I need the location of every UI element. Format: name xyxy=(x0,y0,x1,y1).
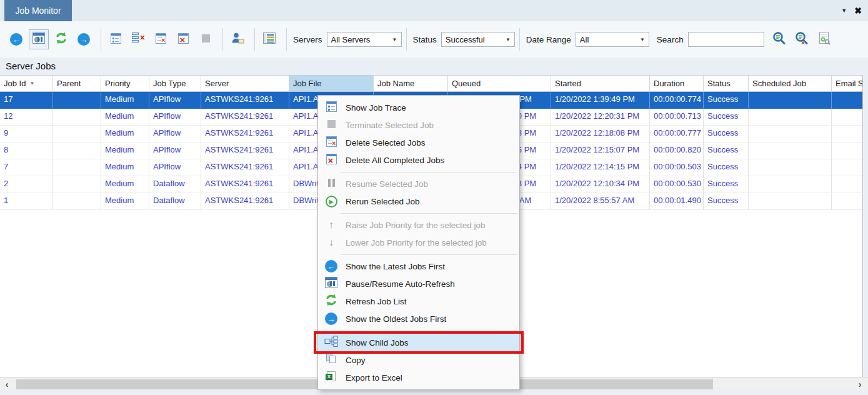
search-input[interactable] xyxy=(688,32,764,47)
show-latest-jobs-first-button[interactable]: ← xyxy=(6,29,26,49)
menu-item-show-the-latest-jobs-first[interactable]: ←Show the Latest Jobs First xyxy=(318,258,519,275)
context-menu: Show Job TraceTerminate Selected Job×Del… xyxy=(317,95,520,390)
cell-job_type: APIflow xyxy=(149,109,201,126)
terminate-icon xyxy=(327,119,336,131)
auto-refresh-icon xyxy=(325,277,337,291)
column-header-server[interactable]: Server xyxy=(201,76,289,92)
clear-search-button[interactable]: × xyxy=(792,29,812,49)
terminate-job-button xyxy=(196,29,216,49)
menu-separator xyxy=(318,328,519,334)
column-header-duration[interactable]: Duration xyxy=(650,76,704,92)
delete-selected-jobs-button[interactable]: × xyxy=(151,29,171,49)
menu-item-show-child-jobs[interactable]: Show Child Jobs xyxy=(318,334,519,351)
delete-all-completed-jobs-button[interactable]: × xyxy=(173,29,193,49)
column-header-job_file[interactable]: Job File xyxy=(289,76,374,92)
tab-job-monitor[interactable]: Job Monitor xyxy=(4,0,72,21)
cell-email_status xyxy=(832,142,863,159)
menu-item-refresh-job-list[interactable]: Refresh Job List xyxy=(318,292,519,310)
menu-item-label: Export to Excel xyxy=(346,373,402,382)
column-header-queued[interactable]: Queued xyxy=(448,76,551,92)
cell-job_type: APIflow xyxy=(149,142,201,159)
close-icon[interactable]: ✖ xyxy=(854,6,862,16)
column-header-email_status[interactable]: Email Sta xyxy=(832,76,863,92)
menu-separator xyxy=(318,169,519,175)
menu-item-show-the-oldest-jobs-first[interactable]: →Show the Oldest Jobs First xyxy=(318,310,519,328)
delete-selected-icon: × xyxy=(156,33,166,46)
show-job-trace-button[interactable] xyxy=(106,29,126,49)
search-button[interactable] xyxy=(769,29,789,49)
refresh-job-list-button[interactable] xyxy=(51,29,71,49)
menu-item-terminate-selected-job: Terminate Selected Job xyxy=(318,116,519,134)
cell-email_status xyxy=(832,159,863,176)
sort-desc-icon: ▼ xyxy=(29,81,34,86)
column-label: Started xyxy=(555,79,581,88)
cell-parent xyxy=(53,193,101,210)
search-icon xyxy=(772,31,787,48)
cell-server: ASTWKS241:9261 xyxy=(201,159,289,176)
cell-priority: Medium xyxy=(101,176,149,193)
chevron-down-icon: ▼ xyxy=(391,37,401,42)
user-jobs-button[interactable] xyxy=(227,29,247,49)
scroll-right-icon[interactable]: › xyxy=(854,378,866,391)
window-title: Job Monitor xyxy=(15,6,61,16)
column-header-job_id[interactable]: Job Id▼ xyxy=(0,76,53,92)
cell-status: Success xyxy=(704,176,749,193)
cell-status: Success xyxy=(704,193,749,210)
column-header-job_name[interactable]: Job Name xyxy=(374,76,448,92)
show-oldest-jobs-first-button[interactable]: → xyxy=(74,29,94,49)
menu-item-label: Lower Job Priority for the selected job xyxy=(346,238,487,248)
cell-job_type: APIflow xyxy=(149,126,201,142)
cell-email_status xyxy=(832,176,863,193)
date-range-dropdown[interactable]: All ▼ xyxy=(576,32,649,47)
menu-item-export-to-excel[interactable]: XExport to Excel xyxy=(318,369,519,386)
search-settings-icon xyxy=(817,31,831,48)
cell-scheduled_job xyxy=(749,142,832,159)
cell-scheduled_job xyxy=(749,109,832,126)
search-settings-button[interactable] xyxy=(814,29,834,49)
delete-grid-icon: × xyxy=(132,32,144,46)
menu-item-rerun-selected-job[interactable]: ▶Rerun Selected Job xyxy=(318,192,519,210)
back-circle-icon: ← xyxy=(325,260,337,272)
menu-item-delete-all-completed-jobs[interactable]: ×Delete All Completed Jobs xyxy=(318,151,519,169)
cell-job_id: 8 xyxy=(0,142,53,159)
status-dropdown[interactable]: Successful ▼ xyxy=(441,32,515,47)
up-arrow-icon: ↑ xyxy=(329,219,334,231)
menu-item-label: Refresh Job List xyxy=(346,297,407,306)
menu-item-raise-job-priority-for-the-selected-job: ↑Raise Job Priority for the selected job xyxy=(318,216,519,234)
cell-duration: 00:00:00.530 xyxy=(650,176,704,193)
cell-email_status xyxy=(832,92,863,109)
delete-jobs-button[interactable]: × xyxy=(128,29,148,49)
cell-started: 1/20/2022 8:55:57 AM xyxy=(551,193,650,210)
cell-job_id: 1 xyxy=(0,193,53,210)
column-header-priority[interactable]: Priority xyxy=(101,76,149,92)
cell-server: ASTWKS241:9261 xyxy=(201,92,289,109)
pause-resume-auto-refresh-button[interactable] xyxy=(29,29,49,49)
cell-server: ASTWKS241:9261 xyxy=(201,109,289,126)
excel-icon: X xyxy=(327,371,336,384)
column-header-started[interactable]: Started xyxy=(551,76,650,92)
menu-item-label: Delete All Completed Jobs xyxy=(346,156,444,165)
cell-scheduled_job xyxy=(749,193,832,210)
cell-scheduled_job xyxy=(749,126,832,142)
column-label: Email Sta xyxy=(836,79,863,88)
cell-priority: Medium xyxy=(101,92,149,109)
scroll-left-icon[interactable]: ‹ xyxy=(1,378,12,391)
column-header-job_type[interactable]: Job Type xyxy=(149,76,201,92)
menu-item-show-job-trace[interactable]: Show Job Trace xyxy=(318,99,519,116)
collapse-icon[interactable]: ▼ xyxy=(841,8,847,14)
cell-duration: 00:00:00.774 xyxy=(650,92,704,109)
terminate-icon xyxy=(202,34,210,45)
job-grid-button[interactable] xyxy=(259,29,279,49)
menu-item-delete-selected-jobs[interactable]: ×Delete Selected Jobs xyxy=(318,134,519,151)
cell-job_id: 7 xyxy=(0,159,53,176)
servers-dropdown[interactable]: All Servers ▼ xyxy=(327,32,402,47)
menu-item-label: Show the Latest Jobs First xyxy=(346,262,445,271)
cell-status: Success xyxy=(704,142,749,159)
column-header-status[interactable]: Status xyxy=(704,76,749,92)
menu-item-copy[interactable]: Copy xyxy=(318,351,519,369)
column-header-parent[interactable]: Parent xyxy=(53,76,101,92)
status-label: Status xyxy=(413,35,437,44)
column-header-scheduled_job[interactable]: Scheduled Job xyxy=(749,76,832,92)
menu-item-pause-resume-auto-refresh[interactable]: Pause/Resume Auto-Refresh xyxy=(318,275,519,292)
trace-icon xyxy=(111,33,121,46)
